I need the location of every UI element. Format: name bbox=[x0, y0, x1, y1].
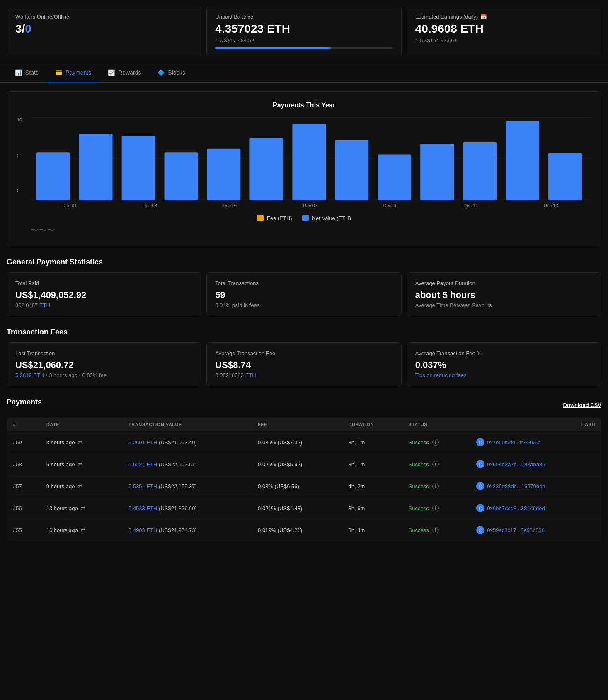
tab-rewards-label: Rewards bbox=[118, 69, 141, 76]
row-fee: 0.019% (US$4.21) bbox=[252, 519, 342, 541]
table-row: #56 13 hours ago ⇄ 5.4533 ETH (US$21,826… bbox=[7, 497, 601, 519]
col-num: # bbox=[7, 418, 41, 431]
legend-net-value-label: Net Value (ETH) bbox=[312, 215, 351, 221]
avg-fee-eth-link[interactable]: ETH bbox=[245, 372, 256, 378]
workers-online: 3/ bbox=[15, 22, 25, 35]
general-stats-grid: Total Paid US$1,409,052.92 352.0467 ETH … bbox=[7, 272, 601, 316]
hash-link[interactable]: ⬡ 0x6bb7dcd8...38446ded bbox=[476, 504, 595, 512]
info-icon: i bbox=[432, 461, 439, 467]
row-hash: ⬡ 0x6bb7dcd8...38446ded bbox=[470, 497, 601, 519]
hash-icon: ⬡ bbox=[476, 526, 484, 534]
workers-offline: 0 bbox=[25, 22, 31, 35]
hash-icon: ⬡ bbox=[476, 438, 484, 446]
last-tx-label: Last Transaction bbox=[15, 350, 193, 356]
row-hash: ⬡ 0x654e2a7d...183aba85 bbox=[470, 453, 601, 475]
row-fee: 0.021% (US$4.48) bbox=[252, 497, 342, 519]
avg-fee-label: Average Transaction Fee bbox=[215, 350, 392, 356]
last-tx-eth: 5.2619 ETH bbox=[15, 372, 44, 378]
total-paid-eth-link[interactable]: ETH bbox=[39, 302, 50, 308]
row-tx-value: 5.6224 ETH (US$22,503.61) bbox=[123, 453, 252, 475]
tab-stats[interactable]: 📊 Stats bbox=[7, 63, 47, 82]
last-tx-card: Last Transaction US$21,060.72 5.2619 ETH… bbox=[7, 342, 201, 386]
avg-fee-pct-card: Average Transaction Fee % 0.037% Tips on… bbox=[407, 342, 601, 386]
swap-icon: ⇄ bbox=[81, 527, 85, 533]
payments-header: Payments Download CSV bbox=[7, 398, 601, 412]
row-tx-value: 5.5354 ETH (US$22,155.37) bbox=[123, 475, 252, 497]
unpaid-usd-value: ≈ US$17,484.52 bbox=[215, 37, 392, 44]
avg-fee-card: Average Transaction Fee US$8.74 0.002183… bbox=[206, 342, 401, 386]
row-fee: 0.03% (US$6.56) bbox=[252, 475, 342, 497]
payments-section: Payments Download CSV # DATE TRANSACTION… bbox=[7, 398, 601, 541]
svg-rect-14 bbox=[506, 121, 539, 200]
hash-link[interactable]: ⬡ 0x654e2a7d...183aba85 bbox=[476, 460, 595, 468]
avg-payout-card: Average Payout Duration about 5 hours Av… bbox=[407, 272, 601, 316]
status-badge: Success i bbox=[409, 505, 465, 511]
row-status: Success i bbox=[403, 453, 471, 475]
download-csv-link[interactable]: Download CSV bbox=[563, 402, 601, 408]
status-badge: Success i bbox=[409, 483, 465, 489]
swap-icon: ⇄ bbox=[78, 439, 82, 446]
top-stats-bar: Workers Online/Offline 3/0 Unpaid Balanc… bbox=[0, 0, 608, 63]
tips-on-fees-link[interactable]: Tips on reducing fees bbox=[415, 372, 467, 378]
table-row: #59 3 hours ago ⇄ 5.2601 ETH (US$21,053.… bbox=[7, 431, 601, 453]
net-value-color bbox=[302, 215, 309, 221]
row-duration: 3h, 1m bbox=[343, 431, 403, 453]
tab-stats-label: Stats bbox=[25, 69, 39, 76]
row-num: #57 bbox=[7, 475, 41, 497]
general-stats-title: General Payment Statistics bbox=[7, 258, 601, 266]
table-header: # DATE TRANSACTION VALUE FEE DURATION ST… bbox=[7, 418, 601, 431]
info-icon: i bbox=[432, 439, 439, 446]
info-icon: i bbox=[432, 483, 439, 489]
table-header-row: # DATE TRANSACTION VALUE FEE DURATION ST… bbox=[7, 418, 601, 431]
tx-fees-title: Transaction Fees bbox=[7, 328, 601, 337]
col-fee: FEE bbox=[252, 418, 342, 431]
nav-tabs: 📊 Stats 💳 Payments 📈 Rewards 🔷 Blocks bbox=[0, 63, 608, 83]
hash-link[interactable]: ⬡ 0x59ac8c17...8e93b636 bbox=[476, 526, 595, 534]
row-num: #55 bbox=[7, 519, 41, 541]
payments-chart-section: Payments This Year 10 5 0 bbox=[7, 91, 601, 246]
main-content: Payments This Year 10 5 0 bbox=[0, 83, 608, 550]
row-date: 6 hours ago ⇄ bbox=[41, 453, 123, 475]
tab-payments[interactable]: 💳 Payments bbox=[47, 63, 99, 82]
row-num: #58 bbox=[7, 453, 41, 475]
col-status: STATUS bbox=[403, 418, 471, 431]
avg-fee-value: US$8.74 bbox=[215, 360, 392, 371]
stats-icon: 📊 bbox=[15, 69, 22, 76]
info-icon: i bbox=[432, 527, 439, 533]
tab-blocks[interactable]: 🔷 Blocks bbox=[149, 63, 193, 82]
tab-blocks-label: Blocks bbox=[168, 69, 185, 76]
row-duration: 3h, 4m bbox=[343, 519, 403, 541]
wave-icon: 〜〜〜 bbox=[30, 225, 55, 235]
total-tx-value: 59 bbox=[215, 290, 392, 300]
tx-fees-grid: Last Transaction US$21,060.72 5.2619 ETH… bbox=[7, 342, 601, 386]
avg-fee-eth: 0.00218383 ETH bbox=[215, 372, 392, 378]
legend-fee-label: Fee (ETH) bbox=[267, 215, 292, 221]
info-icon: i bbox=[432, 505, 439, 511]
total-paid-card: Total Paid US$1,409,052.92 352.0467 ETH bbox=[7, 272, 201, 316]
unpaid-label: Unpaid Balance bbox=[215, 14, 392, 20]
last-tx-sub: 5.2619 ETH • 3 hours ago • 0.03% fee bbox=[15, 372, 193, 378]
row-fee: 0.035% (US$7.32) bbox=[252, 431, 342, 453]
hash-link[interactable]: ⬡ 0x7e60f9de...ff24495e bbox=[476, 438, 595, 446]
bar-chart bbox=[30, 117, 591, 200]
status-badge: Success i bbox=[409, 527, 465, 533]
unpaid-progress-bar bbox=[215, 47, 330, 49]
row-status: Success i bbox=[403, 475, 471, 497]
workers-label: Workers Online/Offline bbox=[15, 14, 193, 20]
svg-rect-15 bbox=[548, 153, 582, 200]
row-tx-value: 5.2601 ETH (US$21,053.40) bbox=[123, 431, 252, 453]
row-date: 13 hours ago ⇄ bbox=[41, 497, 123, 519]
avg-fee-pct-value: 0.037% bbox=[415, 360, 593, 371]
earnings-usd-value: ≈ US$164,373.61 bbox=[415, 37, 593, 44]
tab-payments-label: Payments bbox=[65, 69, 91, 76]
unpaid-balance-card: Unpaid Balance 4.357023 ETH ≈ US$17,484.… bbox=[206, 7, 401, 56]
tab-rewards[interactable]: 📈 Rewards bbox=[99, 63, 149, 82]
row-duration: 3h, 6m bbox=[343, 497, 403, 519]
row-num: #59 bbox=[7, 431, 41, 453]
table-row: #58 6 hours ago ⇄ 5.6224 ETH (US$22,503.… bbox=[7, 453, 601, 475]
unpaid-eth-value: 4.357023 ETH bbox=[215, 22, 392, 36]
total-tx-sub: 0.04% paid in fees bbox=[215, 302, 392, 308]
blocks-icon: 🔷 bbox=[157, 69, 165, 76]
hash-link[interactable]: ⬡ 0x236d88db...16679b4a bbox=[476, 482, 595, 490]
payments-table-body: #59 3 hours ago ⇄ 5.2601 ETH (US$21,053.… bbox=[7, 431, 601, 541]
